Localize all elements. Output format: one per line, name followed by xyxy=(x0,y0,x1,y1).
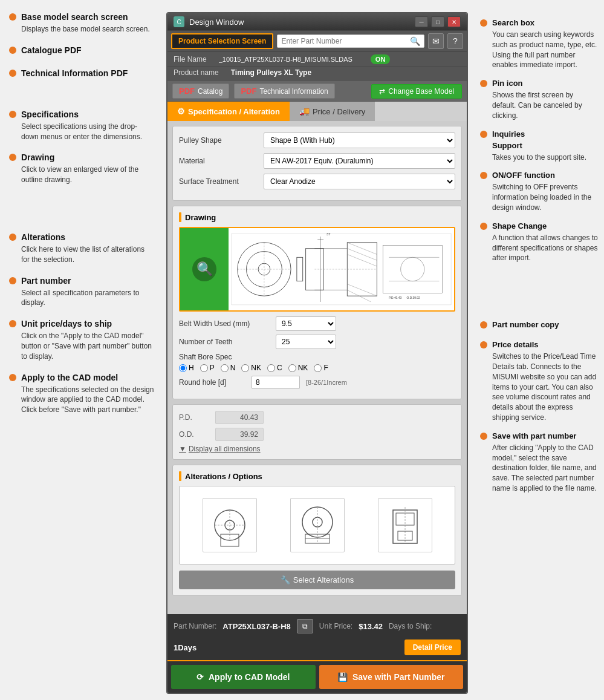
sidebar-title-catalogue: Catalogue PDF xyxy=(21,45,154,55)
alt-drawing-2 xyxy=(290,498,345,552)
wrench-icon: 🔧 xyxy=(281,575,290,584)
right-section-price-details: Price details Switches to the Price/Lead… xyxy=(480,340,598,423)
shaft-bore-n[interactable]: N xyxy=(221,364,236,372)
search-icon[interactable]: 🔍 xyxy=(410,36,420,46)
unit-price-value: $13.42 xyxy=(359,622,383,631)
right-section-inquiries: Inquiries Support Takes you to the suppo… xyxy=(480,129,598,163)
fileinfo-row: File Name _10015_ATP25XL037-B-H8_MISUMI.… xyxy=(167,51,467,67)
right-desc-price-details: Switches to the Price/Lead Time Details … xyxy=(492,352,598,423)
shaft-bore-p[interactable]: P xyxy=(200,364,215,372)
right-dot xyxy=(480,131,487,138)
alteration-options-area xyxy=(179,486,455,564)
shaft-bore-c[interactable]: C xyxy=(267,364,282,372)
round-hole-row: Round hole [d] [8-26/1Increm xyxy=(179,376,455,389)
material-label: Material xyxy=(179,157,264,165)
drawing-section-bar xyxy=(179,212,181,222)
unit-price-label: Unit Price: xyxy=(319,622,352,630)
search-box-container: 🔍 xyxy=(277,34,424,48)
num-teeth-select[interactable]: 25 20 30 xyxy=(276,335,336,349)
shaft-bore-f[interactable]: F xyxy=(314,364,328,372)
catalog-button[interactable]: PDF Catalog xyxy=(172,83,229,99)
od-label: O.D. xyxy=(179,430,215,439)
drawing-section: Drawing 🔍 xyxy=(172,206,462,399)
od-row: O.D. 39.92 xyxy=(179,428,455,441)
part-number-copy-button[interactable]: ⧉ xyxy=(297,619,313,633)
sidebar-title-alterations: Alterations xyxy=(21,232,154,242)
shaft-bore-nk[interactable]: NK xyxy=(241,364,261,372)
titlebar-maximize-btn[interactable]: □ xyxy=(431,16,444,27)
surface-treatment-select[interactable]: Clear Anodize xyxy=(264,174,455,189)
drawing-area[interactable]: 🔍 xyxy=(179,227,455,312)
titlebar-close-btn[interactable]: ✕ xyxy=(447,16,461,27)
sidebar-dot xyxy=(9,277,16,284)
belt-width-select[interactable]: 9.5 12 15 xyxy=(276,316,336,331)
product-selection-button[interactable]: Product Selection Screen xyxy=(171,33,273,49)
sidebar-dot xyxy=(9,111,16,118)
shaft-bore-h[interactable]: H xyxy=(179,364,194,372)
pulley-shape-select[interactable]: Shape B (With Hub) xyxy=(264,132,455,148)
sidebar-dot xyxy=(9,374,16,381)
sidebar-desc-part-number: Select all specification parameters to d… xyxy=(21,288,154,309)
od-value: 39.92 xyxy=(215,428,264,441)
titlebar-minimize-btn[interactable]: ─ xyxy=(415,16,428,27)
titlebar-icon: C xyxy=(174,16,184,27)
right-desc-pin: Shows the first screen by default. Can b… xyxy=(492,90,598,120)
right-title-support: Support xyxy=(492,141,598,150)
tab-price-delivery[interactable]: 🚚 Price / Delivery xyxy=(290,102,375,121)
save-icon: 💾 xyxy=(337,672,348,682)
sidebar-dot xyxy=(9,234,16,241)
detail-price-button[interactable]: Detail Price xyxy=(404,639,461,655)
sidebar-dot xyxy=(9,70,16,77)
alterations-section-label: Alterations / Options xyxy=(185,472,262,481)
select-alterations-button[interactable]: 🔧 Select Alterations xyxy=(179,571,455,589)
tab-specification-alteration[interactable]: ⚙ Specification / Alteration xyxy=(167,102,290,121)
right-dot xyxy=(480,341,487,348)
spec-tab-icon: ⚙ xyxy=(177,106,185,116)
right-title-save-partnum: Save with part number xyxy=(492,431,598,440)
right-dot xyxy=(480,19,487,27)
right-desc-shape-change: A function that allows changes to differ… xyxy=(492,233,598,263)
titlebar: C Design Window ─ □ ✕ xyxy=(167,13,467,30)
drawing-thumbnail[interactable]: 🔍 xyxy=(180,228,229,310)
bottom-buttons: ⟳ Apply to CAD Model 💾 Save with Part Nu… xyxy=(167,660,467,693)
change-base-model-button[interactable]: ⇄ Change Base Model xyxy=(371,84,462,99)
shaft-bore-label: Shaft Bore Spec xyxy=(179,353,455,361)
right-dot xyxy=(480,321,487,329)
tech-info-button[interactable]: PDF Technical Information xyxy=(234,83,334,99)
apply-to-cad-model-button[interactable]: ⟳ Apply to CAD Model xyxy=(171,665,316,689)
sidebar-desc-base-model: Displays the base model search screen. xyxy=(21,24,154,34)
right-sidebar: Search box You can search using keywords… xyxy=(471,0,604,700)
sidebar-dot xyxy=(9,154,16,161)
right-section-shape-change: Shape Change A function that allows chan… xyxy=(480,221,598,263)
sidebar-dot xyxy=(9,320,16,327)
sidebar-title-specifications: Specifications xyxy=(21,110,154,119)
shaft-bore-nk2[interactable]: NK xyxy=(288,364,308,372)
toggle-button[interactable]: ON xyxy=(371,54,391,64)
sidebar-title-apply-cad: Apply to the CAD model xyxy=(21,373,154,382)
right-title-on-off: ON/OFF function xyxy=(492,171,598,180)
sidebar-desc-specifications: Select specifications using the drop-dow… xyxy=(21,122,154,142)
pd-row: P.D. 40.43 xyxy=(179,411,455,424)
zoom-icon[interactable]: 🔍 xyxy=(192,257,216,281)
sidebar-title-base-model: Base model search screen xyxy=(21,12,154,22)
material-select[interactable]: EN AW-2017 Equiv. (Duralumin) xyxy=(264,153,455,169)
round-hole-input[interactable] xyxy=(252,376,300,389)
help-icon-btn[interactable]: ? xyxy=(447,33,463,49)
drawing-preview: 37 P.D.40.43 O.D.39.92 xyxy=(229,228,454,310)
display-all-dimensions-button[interactable]: ▼ Display all dimensions xyxy=(179,445,261,453)
sidebar-desc-alterations: Click here to view the list of alteratio… xyxy=(21,244,154,265)
save-with-part-number-button[interactable]: 💾 Save with Part Number xyxy=(319,665,464,689)
svg-text:37: 37 xyxy=(326,232,331,236)
search-input[interactable] xyxy=(281,37,410,45)
sidebar-desc-unit-price: Click on the "Apply to the CAD model" bu… xyxy=(21,331,154,361)
spec-row-pulley-shape: Pulley Shape Shape B (With Hub) xyxy=(179,132,455,148)
sidebar-section-tech-info: Technical Information PDF xyxy=(9,68,154,80)
alterations-section: Alterations / Options xyxy=(172,465,462,596)
specifications-section: Pulley Shape Shape B (With Hub) Material… xyxy=(172,126,462,201)
toolbar-row: Product Selection Screen 🔍 ✉ ? xyxy=(167,30,467,51)
mail-icon-btn[interactable]: ✉ xyxy=(428,33,444,49)
price-tab-icon: 🚚 xyxy=(299,106,310,116)
round-hole-range: [8-26/1Increm xyxy=(306,379,347,386)
alt-section-bar xyxy=(179,471,181,481)
titlebar-title: Design Window xyxy=(189,18,244,27)
